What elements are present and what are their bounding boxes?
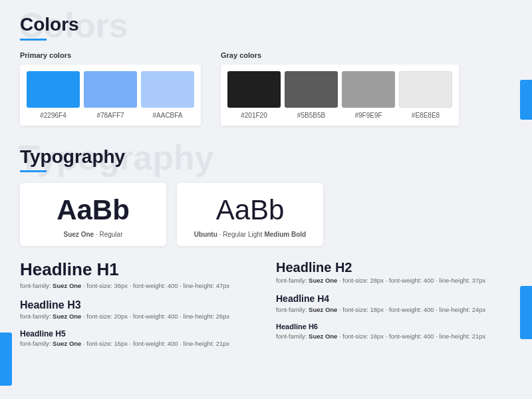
font-label-ubuntu: Ubuntu · Regular Light Medium Bold bbox=[194, 231, 306, 238]
gray-color-swatches: #201F20 #5B5B5B #9F9E9F #E8E8E8 bbox=[221, 65, 459, 126]
gray-swatch-3: #9F9E9F bbox=[342, 71, 395, 119]
headline-h4-meta: font-family: Suez One · font-size: 18px … bbox=[276, 306, 512, 313]
swatch-2296F4 bbox=[27, 71, 80, 108]
headline-h3-item: Headline H3 font-family: Suez One · font… bbox=[20, 299, 256, 320]
gray-swatch-4: #E8E8E8 bbox=[399, 71, 452, 119]
primary-color-swatches: #2296F4 #78AFF7 #AACBFA bbox=[20, 65, 201, 126]
swatch-5B5B5B bbox=[285, 71, 338, 108]
colors-row: Primary colors #2296F4 #78AFF7 #AACBFA bbox=[20, 51, 512, 126]
headline-h1-meta: font-family: Suez One · font-size: 36px … bbox=[20, 282, 256, 289]
hex-78AFF7: #78AFF7 bbox=[96, 112, 124, 119]
gray-swatch-1: #201F20 bbox=[227, 71, 281, 119]
primary-colors-label: Primary colors bbox=[20, 51, 201, 59]
headline-h5-meta: font-family: Suez One · font-size: 16px … bbox=[20, 340, 256, 347]
typography-section: Typography Typography AaBb Suez One · Re… bbox=[20, 146, 512, 357]
font-label-suez: Suez One · Regular bbox=[64, 231, 123, 238]
typography-section-header: Typography Typography bbox=[20, 146, 512, 173]
headline-h1: Headline H1 bbox=[20, 259, 256, 280]
hex-9F9E9F: #9F9E9F bbox=[354, 112, 382, 119]
swatch-9F9E9F bbox=[342, 71, 395, 108]
gray-swatch-2: #5B5B5B bbox=[285, 71, 338, 119]
headline-h1-item: Headline H1 font-family: Suez One · font… bbox=[20, 259, 256, 289]
typography-underline bbox=[20, 170, 47, 172]
colors-section-header: Colors Colors bbox=[20, 13, 512, 41]
main-content: Colors Colors Primary colors #2296F4 #78… bbox=[20, 0, 512, 356]
gray-colors-label: Gray colors bbox=[221, 51, 459, 59]
headline-h2: Headline H2 bbox=[276, 259, 512, 275]
colors-underline bbox=[20, 39, 47, 41]
font-card-ubuntu: AaBb Ubuntu · Regular Light Medium Bold bbox=[177, 183, 323, 246]
typography-title: Typography bbox=[20, 146, 512, 168]
hex-201F20: #201F20 bbox=[241, 112, 267, 119]
hex-E8E8E8: #E8E8E8 bbox=[412, 112, 440, 119]
headline-h3: Headline H3 bbox=[20, 299, 256, 311]
font-demo-suez: AaBb bbox=[57, 195, 130, 225]
headlines-col-right: Headline H2 font-family: Suez One · font… bbox=[276, 259, 512, 356]
colors-title: Colors bbox=[20, 13, 512, 36]
font-card-suez: AaBb Suez One · Regular bbox=[20, 183, 166, 246]
page-wrapper: Colors Colors Primary colors #2296F4 #78… bbox=[0, 0, 532, 399]
font-demo-ubuntu: AaBb bbox=[216, 195, 285, 225]
headline-h4: Headline H4 bbox=[276, 293, 512, 305]
blue-bar-right-top bbox=[520, 80, 532, 120]
gray-colors-group: Gray colors #201F20 #5B5B5B #9F9E9F bbox=[221, 51, 459, 126]
swatch-78AFF7 bbox=[84, 71, 137, 108]
headlines-row: Headline H1 font-family: Suez One · font… bbox=[20, 259, 512, 356]
headline-h6: Headline H6 bbox=[276, 323, 512, 331]
hex-2296F4: #2296F4 bbox=[40, 112, 66, 119]
headline-h5: Headline H5 bbox=[20, 329, 256, 338]
blue-bar-left-bottom bbox=[0, 332, 12, 386]
swatch-201F20 bbox=[227, 71, 281, 108]
primary-swatch-3: #AACBFA bbox=[141, 71, 194, 119]
headline-h3-meta: font-family: Suez One · font-size: 20px … bbox=[20, 313, 256, 320]
headline-h2-meta: font-family: Suez One · font-size: 28px … bbox=[276, 277, 512, 284]
primary-swatch-1: #2296F4 bbox=[27, 71, 80, 119]
font-cards: AaBb Suez One · Regular AaBb Ubuntu · Re… bbox=[20, 183, 512, 246]
blue-bar-right-bottom bbox=[520, 286, 532, 339]
primary-swatch-2: #78AFF7 bbox=[84, 71, 137, 119]
headline-h5-item: Headline H5 font-family: Suez One · font… bbox=[20, 329, 256, 347]
headline-h6-item: Headline H6 font-family: Suez One · font… bbox=[276, 323, 512, 340]
headline-h2-item: Headline H2 font-family: Suez One · font… bbox=[276, 259, 512, 284]
headline-h6-meta: font-family: Suez One · font-size: 16px … bbox=[276, 332, 512, 340]
swatch-E8E8E8 bbox=[399, 71, 452, 108]
swatch-AACBFA bbox=[141, 71, 194, 108]
headlines-col-left: Headline H1 font-family: Suez One · font… bbox=[20, 259, 256, 356]
hex-AACBFA: #AACBFA bbox=[152, 112, 182, 119]
headline-h4-item: Headline H4 font-family: Suez One · font… bbox=[276, 293, 512, 313]
hex-5B5B5B: #5B5B5B bbox=[297, 112, 325, 119]
primary-colors-group: Primary colors #2296F4 #78AFF7 #AACBFA bbox=[20, 51, 201, 126]
